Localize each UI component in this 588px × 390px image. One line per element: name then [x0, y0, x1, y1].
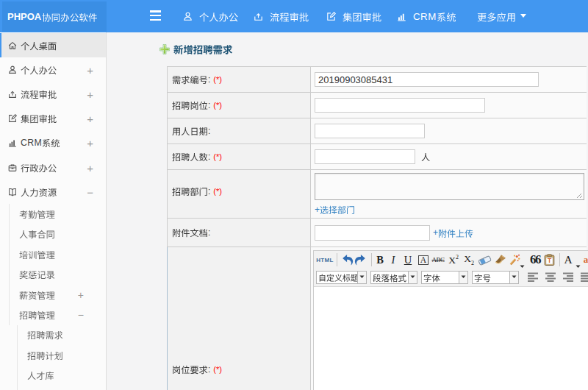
svg-text:T: T — [547, 257, 551, 264]
